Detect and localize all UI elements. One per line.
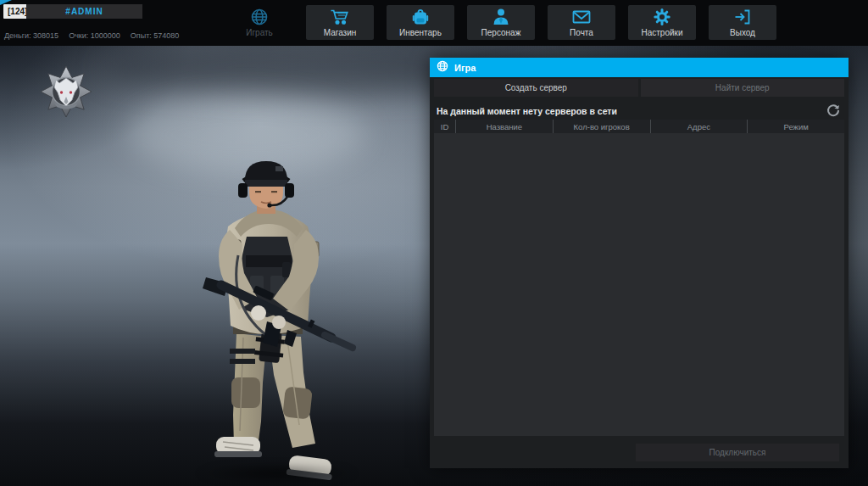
main-nav: Играть Магазин (225, 5, 776, 40)
server-list[interactable] (434, 133, 844, 436)
clan-emblem (39, 64, 93, 119)
panel-header: Игра (430, 58, 849, 77)
nav-play-label: Играть (246, 28, 273, 37)
nav-exit-button[interactable]: Выход (709, 5, 776, 40)
nav-play-button[interactable]: Играть (225, 5, 293, 40)
tab-create-server[interactable]: Создать сервер (434, 79, 638, 97)
column-mode[interactable]: Режим (748, 120, 844, 133)
top-bar: [124] #ADMIN Деньги: 308015 Очки: 100000… (0, 0, 868, 46)
game-panel: Игра Создать сервер Найти сервер На данн… (430, 58, 849, 468)
nav-shop-button[interactable]: Магазин (306, 5, 374, 40)
nav-inventory-label: Инвентарь (399, 28, 442, 37)
nav-mail-label: Почта (570, 28, 593, 37)
server-table-header: ID Название Кол-во игроков Адрес Режим (434, 120, 844, 133)
column-id[interactable]: ID (434, 120, 456, 133)
points-stat: Очки: 1000000 (69, 31, 120, 40)
character-shadow (197, 463, 358, 483)
no-servers-message: На данный момент нету серверов в сети (437, 106, 617, 116)
nav-settings-label: Настройки (641, 28, 682, 37)
nav-inventory-button[interactable]: Инвентарь (387, 5, 454, 40)
exit-icon (732, 8, 754, 26)
server-info-row: На данный момент нету серверов в сети (437, 102, 842, 120)
globe-icon (437, 60, 448, 75)
connect-button[interactable]: Подключиться (636, 444, 839, 461)
globe-icon (248, 8, 270, 26)
nav-shop-label: Магазин (324, 28, 357, 37)
player-clan-tag: #ADMIN (65, 7, 103, 16)
nav-exit-label: Выход (730, 28, 755, 37)
game-client: [124] #ADMIN Деньги: 308015 Очки: 100000… (0, 0, 868, 486)
cart-icon (329, 8, 351, 26)
column-players[interactable]: Кол-во игроков (554, 120, 651, 133)
refresh-icon (826, 108, 841, 120)
mail-icon (570, 8, 593, 26)
backpack-icon (409, 8, 431, 26)
player-name-bar: #ADMIN (26, 4, 142, 19)
exp-stat: Опыт: 574080 (131, 31, 180, 40)
gear-icon (651, 8, 673, 26)
nav-character-button[interactable]: Персонаж (467, 5, 535, 40)
refresh-button[interactable] (825, 103, 842, 120)
person-icon (490, 8, 512, 26)
player-character-model (182, 155, 369, 486)
panel-footer: Подключиться (430, 441, 849, 468)
column-address[interactable]: Адрес (651, 120, 748, 133)
nav-settings-button[interactable]: Настройки (628, 5, 696, 40)
server-tabs: Создать сервер Найти сервер (434, 79, 844, 97)
nav-character-label: Персонаж (481, 28, 521, 37)
column-name[interactable]: Название (456, 120, 554, 133)
panel-title: Игра (454, 63, 476, 73)
player-stats: Деньги: 308015 Очки: 1000000 Опыт: 57408… (4, 31, 179, 40)
tab-find-server[interactable]: Найти сервер (641, 79, 845, 97)
nav-mail-button[interactable]: Почта (548, 5, 615, 40)
money-stat: Деньги: 308015 (4, 31, 58, 40)
